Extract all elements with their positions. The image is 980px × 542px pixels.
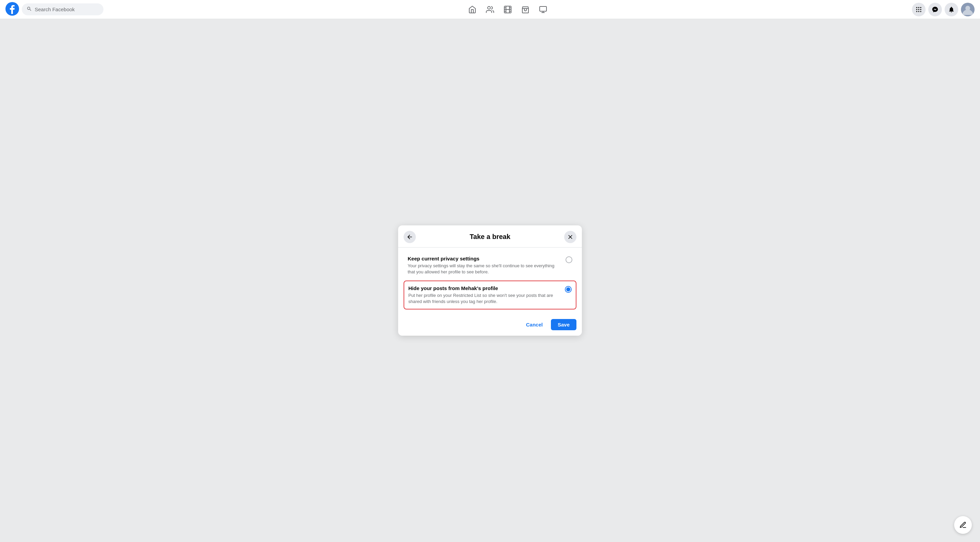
save-button[interactable]: Save: [551, 319, 576, 330]
svg-point-1: [488, 6, 490, 9]
take-a-break-modal: Take a break Keep current privacy settin…: [398, 225, 582, 336]
option-keep-privacy[interactable]: Keep current privacy settings Your priva…: [404, 252, 576, 279]
svg-point-13: [916, 7, 917, 8]
svg-point-15: [920, 7, 921, 8]
svg-point-20: [918, 11, 919, 12]
modal-back-button[interactable]: [404, 231, 416, 243]
option-hide-posts-radio[interactable]: [565, 286, 572, 293]
option-hide-posts-desc: Put her profile on your Restricted List …: [408, 292, 561, 305]
svg-point-16: [916, 9, 917, 10]
modal-body: Keep current privacy settings Your priva…: [398, 247, 582, 315]
svg-rect-10: [540, 6, 546, 11]
nav-watch-button[interactable]: [500, 2, 516, 17]
svg-point-18: [920, 9, 921, 10]
search-bar[interactable]: Search Facebook: [22, 3, 103, 15]
navbar-left: Search Facebook: [5, 2, 103, 17]
nav-marketplace-button[interactable]: [517, 2, 533, 17]
modal-footer: Cancel Save: [398, 315, 582, 336]
nav-gaming-button[interactable]: [535, 2, 551, 17]
modal-close-button[interactable]: [564, 231, 576, 243]
navbar-center: [464, 2, 551, 17]
option-hide-posts[interactable]: Hide your posts from Mehak's profile Put…: [404, 281, 576, 309]
option-hide-posts-title: Hide your posts from Mehak's profile: [408, 285, 561, 291]
svg-point-14: [918, 7, 919, 8]
modal-header: Take a break: [398, 225, 582, 247]
apps-menu-button[interactable]: [912, 3, 926, 16]
search-icon: [27, 6, 32, 13]
cancel-button[interactable]: Cancel: [520, 319, 548, 330]
option-hide-posts-text: Hide your posts from Mehak's profile Put…: [408, 285, 565, 305]
messenger-button[interactable]: [928, 3, 942, 16]
facebook-logo[interactable]: [5, 2, 19, 17]
option-keep-privacy-desc: Your privacy settings will stay the same…: [408, 263, 562, 275]
notifications-button[interactable]: [945, 3, 958, 16]
option-keep-privacy-title: Keep current privacy settings: [408, 256, 562, 261]
svg-point-17: [918, 9, 919, 10]
svg-point-21: [920, 11, 921, 12]
search-input-placeholder: Search Facebook: [35, 6, 75, 12]
modal-title: Take a break: [469, 233, 511, 241]
user-avatar[interactable]: [961, 3, 975, 16]
option-keep-privacy-text: Keep current privacy settings Your priva…: [408, 256, 566, 275]
modal-overlay: Take a break Keep current privacy settin…: [0, 19, 980, 542]
radio-selected-indicator: [566, 287, 570, 292]
navbar-right: [912, 3, 975, 16]
navbar: Search Facebook: [0, 0, 980, 19]
nav-friends-button[interactable]: [482, 2, 498, 17]
svg-point-19: [916, 11, 917, 12]
nav-home-button[interactable]: [464, 2, 480, 17]
option-keep-privacy-radio[interactable]: [566, 257, 572, 263]
